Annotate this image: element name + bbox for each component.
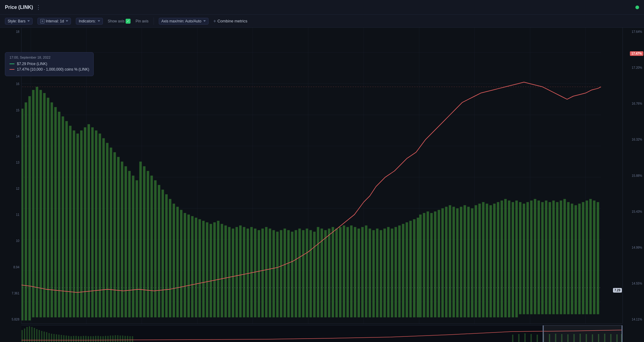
svg-rect-39 [73, 130, 75, 317]
svg-rect-28 [32, 90, 34, 317]
pct-current-badge: 17.47% [630, 51, 643, 56]
svg-rect-113 [346, 227, 349, 317]
indicators-chevron-icon [98, 20, 100, 22]
svg-rect-38 [69, 126, 72, 317]
svg-rect-75 [206, 222, 208, 317]
svg-rect-29 [36, 87, 38, 317]
indicators-label: Indicators: [79, 19, 96, 23]
toolbar: Style: Bars ▦ Interval: 1d Indicators: S… [0, 15, 644, 28]
svg-rect-79 [221, 224, 223, 317]
svg-rect-218 [103, 336, 104, 342]
svg-rect-37 [65, 121, 68, 317]
pin-axis-label: Pin axis [135, 19, 148, 23]
svg-rect-123 [434, 212, 436, 317]
svg-rect-107 [324, 230, 327, 317]
y-pct-1543: 15.43% [625, 210, 642, 213]
pct-legend-line [10, 69, 14, 70]
style-dropdown[interactable]: Style: Bars [5, 18, 33, 25]
mini-chart-container[interactable] [21, 325, 623, 342]
interval-label: Interval: 1d [46, 19, 64, 23]
tooltip-box: 17:00, September 18, 2022 $7.29 Price (L… [5, 52, 94, 76]
svg-rect-187 [26, 327, 28, 342]
svg-rect-27 [28, 96, 31, 321]
show-axis-checkbox[interactable]: ✓ [126, 19, 131, 24]
svg-rect-117 [361, 227, 364, 317]
interval-calendar-icon: ▦ [40, 19, 45, 23]
svg-rect-157 [560, 200, 562, 314]
more-options-icon[interactable]: ⋮ [36, 4, 41, 11]
svg-rect-207 [76, 336, 77, 342]
svg-rect-131 [463, 205, 466, 317]
y-label-10: 10 [2, 239, 19, 243]
tooltip-pct-row: 17.47% [10,000 - 1,000,000) coins % (LIN… [10, 67, 89, 72]
svg-rect-104 [313, 232, 316, 317]
svg-rect-190 [34, 328, 35, 342]
svg-rect-58 [143, 166, 146, 317]
svg-rect-70 [187, 215, 190, 317]
interval-dropdown[interactable]: ▦ Interval: 1d [37, 18, 71, 25]
svg-rect-225 [120, 336, 121, 342]
svg-rect-204 [68, 336, 69, 342]
svg-rect-78 [217, 221, 220, 317]
tooltip-pct-label: 17.47% [10,000 - 1,000,000) coins % (LIN… [17, 67, 89, 72]
svg-rect-228 [127, 336, 128, 342]
svg-rect-50 [113, 152, 116, 317]
svg-rect-114 [350, 225, 353, 317]
svg-rect-189 [31, 327, 33, 342]
svg-rect-196 [49, 333, 50, 342]
svg-rect-100 [298, 229, 301, 317]
svg-rect-217 [100, 336, 101, 342]
svg-rect-118 [365, 225, 367, 317]
svg-rect-150 [534, 199, 536, 314]
svg-rect-137 [486, 204, 488, 317]
svg-rect-36 [62, 116, 64, 317]
svg-rect-252 [622, 325, 623, 342]
svg-rect-124 [438, 210, 440, 317]
svg-rect-178 [406, 222, 408, 317]
svg-rect-212 [88, 336, 89, 342]
svg-rect-125 [441, 208, 444, 317]
axis-minmax-label: Axis max/min: Auto/Auto [162, 19, 201, 23]
svg-rect-141 [501, 200, 503, 317]
svg-rect-136 [482, 202, 485, 317]
svg-rect-126 [445, 207, 447, 317]
svg-rect-155 [552, 200, 555, 314]
svg-rect-165 [589, 199, 592, 314]
svg-rect-54 [128, 171, 131, 317]
show-axis-toggle[interactable]: Show axis ✓ [108, 19, 131, 24]
svg-rect-158 [564, 199, 566, 314]
svg-rect-66 [173, 204, 175, 317]
y-pct-1720: 17.20% [625, 66, 642, 69]
svg-rect-231 [512, 335, 513, 342]
indicators-dropdown[interactable]: Indicators: [76, 18, 103, 25]
svg-rect-102 [306, 229, 308, 317]
combine-metrics-button[interactable]: + Combine metrics [213, 18, 248, 24]
tooltip-price-row: $7.29 Price (LINK) [10, 62, 89, 66]
svg-rect-161 [575, 205, 577, 314]
svg-rect-67 [176, 207, 179, 317]
svg-rect-139 [493, 204, 496, 317]
svg-rect-164 [586, 200, 588, 314]
svg-rect-213 [90, 336, 92, 342]
svg-rect-52 [121, 161, 123, 317]
svg-rect-64 [165, 194, 168, 317]
svg-rect-175 [395, 227, 397, 317]
pin-axis-button[interactable]: Pin axis [135, 19, 148, 23]
live-status-dot [635, 6, 639, 9]
svg-rect-89 [258, 230, 260, 317]
header-bar: Price (LINK) ⋮ [0, 0, 644, 15]
svg-rect-221 [110, 336, 111, 342]
svg-rect-250 [543, 325, 623, 342]
svg-rect-65 [169, 199, 171, 317]
svg-rect-111 [339, 227, 342, 317]
svg-rect-116 [357, 229, 360, 317]
mini-chart-svg [21, 325, 623, 342]
svg-rect-222 [112, 336, 114, 342]
svg-rect-56 [136, 180, 138, 317]
svg-rect-84 [239, 225, 242, 317]
svg-rect-177 [402, 224, 404, 317]
svg-rect-194 [44, 332, 45, 342]
axis-minmax-dropdown[interactable]: Axis max/min: Auto/Auto [159, 18, 209, 25]
chart-title: Price (LINK) [5, 5, 33, 10]
svg-rect-234 [530, 334, 532, 342]
